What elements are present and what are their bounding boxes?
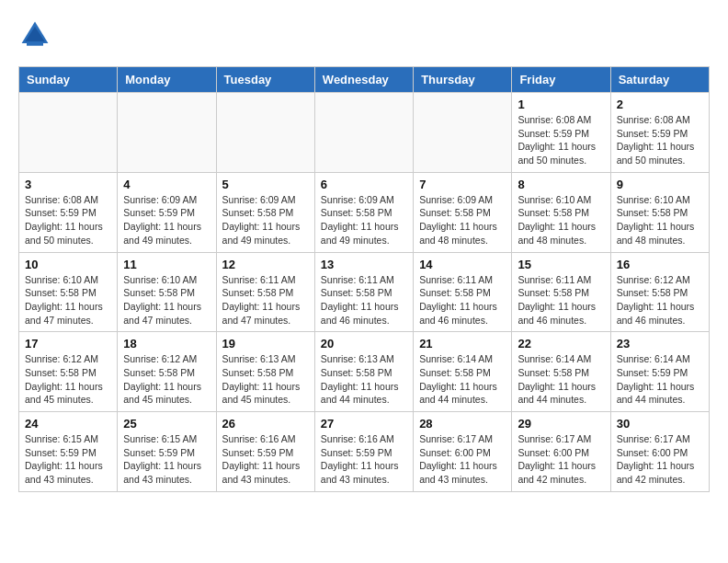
day-info: Sunrise: 6:15 AM Sunset: 5:59 PM Dayligh… <box>123 432 210 487</box>
day-number: 20 <box>321 337 407 350</box>
day-number: 25 <box>123 417 210 431</box>
day-info: Sunrise: 6:14 AM Sunset: 5:58 PM Dayligh… <box>419 352 506 407</box>
day-info: Sunrise: 6:09 AM Sunset: 5:58 PM Dayligh… <box>419 193 506 247</box>
day-number: 10 <box>25 258 111 271</box>
day-info: Sunrise: 6:16 AM Sunset: 5:59 PM Dayligh… <box>321 432 407 487</box>
day-number: 7 <box>419 178 506 191</box>
weekday-header: Wednesday <box>314 67 413 93</box>
day-info: Sunrise: 6:15 AM Sunset: 5:59 PM Dayligh… <box>25 432 111 487</box>
svg-rect-2 <box>27 41 43 46</box>
day-info: Sunrise: 6:10 AM Sunset: 5:58 PM Dayligh… <box>25 273 111 327</box>
calendar-cell: 17Sunrise: 6:12 AM Sunset: 5:58 PM Dayli… <box>19 332 118 412</box>
day-info: Sunrise: 6:12 AM Sunset: 5:58 PM Dayligh… <box>25 352 111 407</box>
calendar-table: SundayMondayTuesdayWednesdayThursdayFrid… <box>18 66 710 492</box>
day-number: 17 <box>25 337 111 350</box>
day-number: 29 <box>518 417 604 431</box>
day-number: 21 <box>419 337 506 350</box>
calendar-cell: 3Sunrise: 6:08 AM Sunset: 5:59 PM Daylig… <box>19 172 118 252</box>
day-info: Sunrise: 6:17 AM Sunset: 6:00 PM Dayligh… <box>419 432 506 487</box>
calendar-cell: 4Sunrise: 6:09 AM Sunset: 5:59 PM Daylig… <box>118 172 216 252</box>
day-info: Sunrise: 6:11 AM Sunset: 5:58 PM Dayligh… <box>518 273 604 327</box>
weekday-header-row: SundayMondayTuesdayWednesdayThursdayFrid… <box>19 67 710 93</box>
logo-icon <box>18 18 51 52</box>
calendar-cell: 2Sunrise: 6:08 AM Sunset: 5:59 PM Daylig… <box>610 93 709 173</box>
calendar-cell: 18Sunrise: 6:12 AM Sunset: 5:58 PM Dayli… <box>118 332 216 412</box>
day-info: Sunrise: 6:11 AM Sunset: 5:58 PM Dayligh… <box>222 273 309 327</box>
calendar-cell: 7Sunrise: 6:09 AM Sunset: 5:58 PM Daylig… <box>414 172 512 252</box>
calendar-cell: 25Sunrise: 6:15 AM Sunset: 5:59 PM Dayli… <box>118 412 216 492</box>
day-number: 14 <box>419 258 506 271</box>
day-info: Sunrise: 6:13 AM Sunset: 5:58 PM Dayligh… <box>321 352 407 407</box>
calendar-cell: 29Sunrise: 6:17 AM Sunset: 6:00 PM Dayli… <box>512 412 610 492</box>
weekday-header: Thursday <box>414 67 512 93</box>
calendar-week-row: 10Sunrise: 6:10 AM Sunset: 5:58 PM Dayli… <box>19 252 710 332</box>
day-number: 1 <box>518 98 604 111</box>
day-number: 12 <box>222 258 309 271</box>
calendar-cell <box>314 93 413 173</box>
day-number: 19 <box>222 337 309 350</box>
day-info: Sunrise: 6:10 AM Sunset: 5:58 PM Dayligh… <box>123 273 210 327</box>
day-info: Sunrise: 6:09 AM Sunset: 5:58 PM Dayligh… <box>222 193 309 247</box>
calendar-cell: 13Sunrise: 6:11 AM Sunset: 5:58 PM Dayli… <box>314 252 413 332</box>
day-number: 8 <box>518 178 604 191</box>
weekday-header: Friday <box>512 67 610 93</box>
calendar-cell: 14Sunrise: 6:11 AM Sunset: 5:58 PM Dayli… <box>414 252 512 332</box>
calendar-week-row: 17Sunrise: 6:12 AM Sunset: 5:58 PM Dayli… <box>19 332 710 412</box>
day-info: Sunrise: 6:12 AM Sunset: 5:58 PM Dayligh… <box>123 352 210 407</box>
page-header <box>18 18 710 52</box>
day-info: Sunrise: 6:13 AM Sunset: 5:58 PM Dayligh… <box>222 352 309 407</box>
weekday-header: Sunday <box>19 67 118 93</box>
calendar-week-row: 3Sunrise: 6:08 AM Sunset: 5:59 PM Daylig… <box>19 172 710 252</box>
day-info: Sunrise: 6:11 AM Sunset: 5:58 PM Dayligh… <box>419 273 506 327</box>
weekday-header: Monday <box>118 67 216 93</box>
calendar-cell: 27Sunrise: 6:16 AM Sunset: 5:59 PM Dayli… <box>314 412 413 492</box>
day-number: 3 <box>25 178 111 191</box>
calendar-cell: 15Sunrise: 6:11 AM Sunset: 5:58 PM Dayli… <box>512 252 610 332</box>
day-number: 23 <box>617 337 703 350</box>
day-number: 27 <box>321 417 407 431</box>
calendar-cell: 16Sunrise: 6:12 AM Sunset: 5:58 PM Dayli… <box>610 252 709 332</box>
calendar-cell: 24Sunrise: 6:15 AM Sunset: 5:59 PM Dayli… <box>19 412 118 492</box>
calendar-cell <box>118 93 216 173</box>
day-info: Sunrise: 6:08 AM Sunset: 5:59 PM Dayligh… <box>617 113 703 167</box>
day-number: 15 <box>518 258 604 271</box>
day-number: 16 <box>617 258 703 271</box>
calendar-week-row: 1Sunrise: 6:08 AM Sunset: 5:59 PM Daylig… <box>19 93 710 173</box>
day-number: 28 <box>419 417 506 431</box>
day-info: Sunrise: 6:11 AM Sunset: 5:58 PM Dayligh… <box>321 273 407 327</box>
calendar-cell <box>216 93 314 173</box>
day-info: Sunrise: 6:16 AM Sunset: 5:59 PM Dayligh… <box>222 432 309 487</box>
day-info: Sunrise: 6:08 AM Sunset: 5:59 PM Dayligh… <box>518 113 604 167</box>
day-number: 4 <box>123 178 210 191</box>
calendar-cell <box>19 93 118 173</box>
calendar-cell: 23Sunrise: 6:14 AM Sunset: 5:59 PM Dayli… <box>610 332 709 412</box>
day-info: Sunrise: 6:17 AM Sunset: 6:00 PM Dayligh… <box>617 432 703 487</box>
day-number: 26 <box>222 417 309 431</box>
day-info: Sunrise: 6:09 AM Sunset: 5:59 PM Dayligh… <box>123 193 210 247</box>
day-number: 30 <box>617 417 703 431</box>
calendar-cell: 6Sunrise: 6:09 AM Sunset: 5:58 PM Daylig… <box>314 172 413 252</box>
calendar-cell: 8Sunrise: 6:10 AM Sunset: 5:58 PM Daylig… <box>512 172 610 252</box>
day-number: 13 <box>321 258 407 271</box>
calendar-cell: 1Sunrise: 6:08 AM Sunset: 5:59 PM Daylig… <box>512 93 610 173</box>
calendar-cell: 10Sunrise: 6:10 AM Sunset: 5:58 PM Dayli… <box>19 252 118 332</box>
weekday-header: Tuesday <box>216 67 314 93</box>
calendar-cell <box>414 93 512 173</box>
day-info: Sunrise: 6:10 AM Sunset: 5:58 PM Dayligh… <box>617 193 703 247</box>
calendar-cell: 5Sunrise: 6:09 AM Sunset: 5:58 PM Daylig… <box>216 172 314 252</box>
day-info: Sunrise: 6:09 AM Sunset: 5:58 PM Dayligh… <box>321 193 407 247</box>
day-number: 6 <box>321 178 407 191</box>
day-info: Sunrise: 6:08 AM Sunset: 5:59 PM Dayligh… <box>25 193 111 247</box>
day-number: 11 <box>123 258 210 271</box>
day-number: 9 <box>617 178 703 191</box>
day-info: Sunrise: 6:14 AM Sunset: 5:59 PM Dayligh… <box>617 352 703 407</box>
calendar-cell: 30Sunrise: 6:17 AM Sunset: 6:00 PM Dayli… <box>610 412 709 492</box>
calendar-cell: 21Sunrise: 6:14 AM Sunset: 5:58 PM Dayli… <box>414 332 512 412</box>
day-number: 22 <box>518 337 604 350</box>
day-info: Sunrise: 6:14 AM Sunset: 5:58 PM Dayligh… <box>518 352 604 407</box>
weekday-header: Saturday <box>610 67 709 93</box>
calendar-cell: 26Sunrise: 6:16 AM Sunset: 5:59 PM Dayli… <box>216 412 314 492</box>
day-number: 2 <box>617 98 703 111</box>
day-number: 5 <box>222 178 309 191</box>
calendar-cell: 20Sunrise: 6:13 AM Sunset: 5:58 PM Dayli… <box>314 332 413 412</box>
